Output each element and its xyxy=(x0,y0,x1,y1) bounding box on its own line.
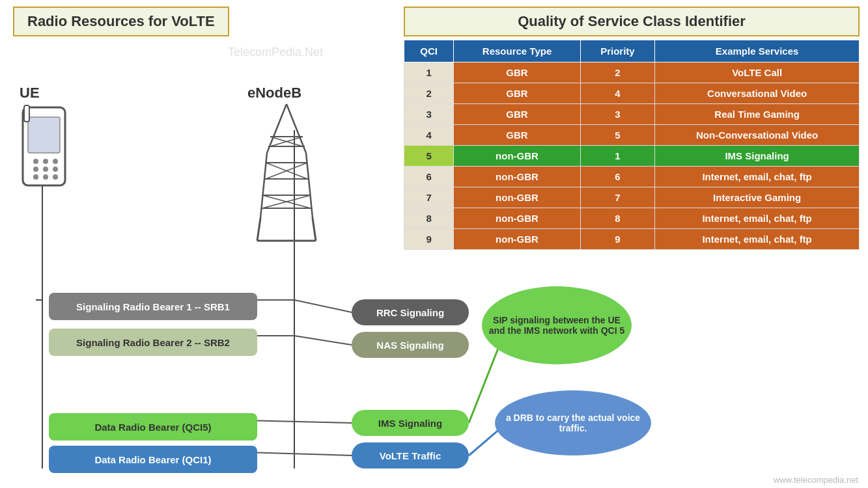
svg-point-16 xyxy=(53,159,58,164)
svg-line-23 xyxy=(267,104,287,153)
service-cell: Real Time Gaming xyxy=(655,104,860,125)
watermark: TelecomPedia.Net xyxy=(228,46,323,59)
col-header-type: Resource Type xyxy=(454,40,580,62)
priority-cell: 3 xyxy=(580,104,655,125)
priority-cell: 1 xyxy=(580,146,655,167)
table-row: 2 GBR 4 Conversational Video xyxy=(404,83,860,104)
qci-cell: 5 xyxy=(404,146,454,167)
qci-cell: 8 xyxy=(404,208,454,229)
table-row: 3 GBR 3 Real Time Gaming xyxy=(404,104,860,125)
drb-qci1-bearer: Data Radio Bearer (QCI1) xyxy=(49,446,257,473)
nas-signal-box: NAS Signaling xyxy=(352,332,469,358)
priority-cell: 6 xyxy=(580,167,655,187)
left-panel-title: Radio Resources for VoLTE xyxy=(13,7,229,36)
type-cell: non-GBR xyxy=(454,187,580,208)
service-cell: IMS Signaling xyxy=(655,146,860,167)
table-row: 8 non-GBR 8 Internet, email, chat, ftp xyxy=(404,208,860,229)
service-cell: Internet, email, chat, ftp xyxy=(655,229,860,250)
blue-bubble: a DRB to carry the actual voice traffic. xyxy=(495,390,651,455)
svg-point-14 xyxy=(33,159,38,164)
table-row: 5 non-GBR 1 IMS Signaling xyxy=(404,146,860,167)
table-row: 4 GBR 5 Non-Conversational Video xyxy=(404,125,860,146)
priority-cell: 4 xyxy=(580,83,655,104)
phone-icon xyxy=(16,104,75,198)
rrc-signal-box: RRC Signaling xyxy=(352,299,469,325)
ims-signal-box: IMS Signaling xyxy=(352,410,469,436)
table-row: 7 non-GBR 7 Interactive Gaming xyxy=(404,187,860,208)
svg-point-22 xyxy=(53,174,58,180)
svg-line-39 xyxy=(257,218,260,241)
col-header-service: Example Services xyxy=(655,40,860,62)
service-cell: Internet, email, chat, ftp xyxy=(655,167,860,187)
type-cell: non-GBR xyxy=(454,167,580,187)
service-cell: Conversational Video xyxy=(655,83,860,104)
table-header-row: QCI Resource Type Priority Example Servi… xyxy=(404,40,860,62)
type-cell: GBR xyxy=(454,83,580,104)
volte-signal-box: VoLTE Traffic xyxy=(352,442,469,468)
svg-point-20 xyxy=(33,174,38,180)
svg-rect-12 xyxy=(28,117,60,153)
qci-table: QCI Resource Type Priority Example Servi… xyxy=(404,40,860,250)
svg-line-40 xyxy=(313,218,316,241)
qci-cell: 1 xyxy=(404,62,454,83)
service-cell: VoLTE Call xyxy=(655,62,860,83)
priority-cell: 9 xyxy=(580,229,655,250)
priority-cell: 7 xyxy=(580,187,655,208)
enodeb-label: eNodeB xyxy=(247,85,301,102)
col-header-priority: Priority xyxy=(580,40,655,62)
service-cell: Non-Conversational Video xyxy=(655,125,860,146)
type-cell: non-GBR xyxy=(454,146,580,167)
type-cell: non-GBR xyxy=(454,229,580,250)
table-row: 9 non-GBR 9 Internet, email, chat, ftp xyxy=(404,229,860,250)
qci-cell: 3 xyxy=(404,104,454,125)
srb1-bearer: Signaling Radio Bearer 1 -- SRB1 xyxy=(49,293,257,320)
right-panel-title: Quality of Service Class Identifier xyxy=(404,7,860,36)
qci-cell: 6 xyxy=(404,167,454,187)
priority-cell: 8 xyxy=(580,208,655,229)
drb-qci5-bearer: Data Radio Bearer (QCI5) xyxy=(49,413,257,441)
table-row: 1 GBR 2 VoLTE Call xyxy=(404,62,860,83)
qci-cell: 2 xyxy=(404,83,454,104)
svg-point-18 xyxy=(43,167,48,172)
srb2-bearer: Signaling Radio Bearer 2 -- SRB2 xyxy=(49,329,257,356)
right-panel: Quality of Service Class Identifier QCI … xyxy=(404,7,860,250)
priority-cell: 2 xyxy=(580,62,655,83)
priority-cell: 5 xyxy=(580,125,655,146)
green-bubble: SIP signaling between the UE and the IMS… xyxy=(482,286,632,364)
svg-point-21 xyxy=(43,174,48,180)
type-cell: non-GBR xyxy=(454,208,580,229)
ue-label: UE xyxy=(20,85,40,102)
watermark-bottom: www.telecompedia.net xyxy=(774,475,858,485)
svg-rect-13 xyxy=(24,105,29,122)
svg-point-15 xyxy=(43,159,48,164)
type-cell: GBR xyxy=(454,62,580,83)
svg-line-24 xyxy=(287,104,306,153)
svg-point-17 xyxy=(33,167,38,172)
tower-icon xyxy=(254,101,319,247)
qci-cell: 7 xyxy=(404,187,454,208)
service-cell: Interactive Gaming xyxy=(655,187,860,208)
qci-cell: 9 xyxy=(404,229,454,250)
col-header-qci: QCI xyxy=(404,40,454,62)
type-cell: GBR xyxy=(454,125,580,146)
qci-cell: 4 xyxy=(404,125,454,146)
svg-point-19 xyxy=(53,167,58,172)
type-cell: GBR xyxy=(454,104,580,125)
left-panel: Radio Resources for VoLTE TelecomPedia.N… xyxy=(13,7,378,475)
table-row: 6 non-GBR 6 Internet, email, chat, ftp xyxy=(404,167,860,187)
service-cell: Internet, email, chat, ftp xyxy=(655,208,860,229)
